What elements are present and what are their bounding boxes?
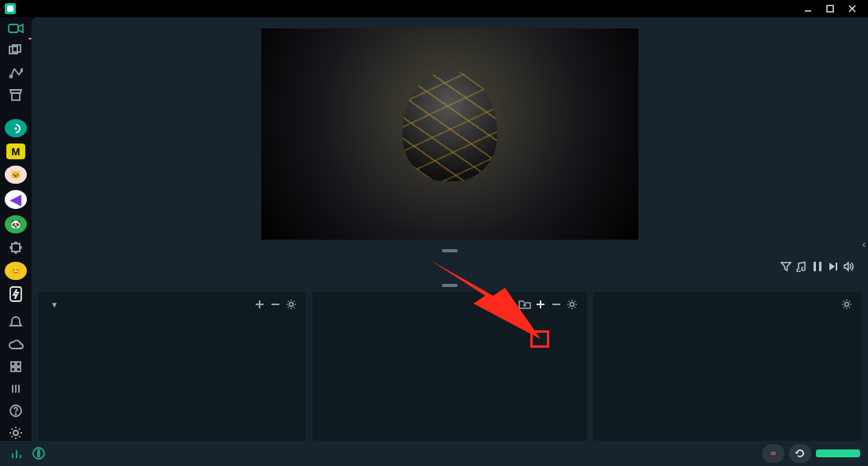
notifications-icon[interactable] [6, 315, 25, 330]
music-icon[interactable] [794, 259, 810, 274]
app-green[interactable]: 🐼 [5, 215, 27, 233]
svg-rect-15 [17, 367, 21, 371]
footer-bar [0, 441, 868, 466]
record-button[interactable] [762, 444, 784, 463]
app-flash[interactable] [6, 286, 25, 302]
mini-feed-panel [32, 254, 868, 282]
editor-tab[interactable] [6, 21, 25, 36]
resize-handle-1[interactable] [442, 249, 458, 252]
source-settings-button[interactable] [565, 297, 579, 311]
svg-rect-22 [814, 262, 816, 271]
chevron-down-icon: ▼ [51, 300, 58, 309]
close-button[interactable] [841, 0, 863, 17]
scene-settings-button[interactable] [284, 297, 298, 311]
replay-buffer-button[interactable] [789, 444, 811, 463]
svg-rect-14 [11, 367, 15, 371]
svg-rect-13 [17, 362, 21, 366]
app-k[interactable]: ◀ [5, 190, 27, 208]
add-folder-button[interactable] [518, 297, 532, 311]
cloud-icon[interactable] [6, 337, 25, 352]
stats-icon[interactable] [8, 444, 25, 463]
mixer-settings-button[interactable] [840, 297, 854, 311]
svg-point-27 [290, 303, 294, 307]
volume-icon[interactable] [841, 259, 857, 274]
layout-columns-icon[interactable] [6, 381, 25, 397]
preview-graphic [402, 71, 497, 181]
studio-mode-icon[interactable] [502, 297, 516, 311]
preview-area[interactable] [32, 17, 868, 248]
remove-source-button[interactable] [549, 297, 563, 311]
app-avatar-1[interactable]: 🐱 [5, 166, 27, 184]
svg-point-21 [13, 431, 18, 435]
svg-rect-40 [38, 453, 39, 457]
skip-icon[interactable] [825, 259, 841, 274]
pause-icon[interactable] [810, 259, 825, 274]
svg-point-41 [38, 450, 39, 452]
info-icon[interactable] [30, 444, 47, 463]
titlebar [0, 0, 868, 17]
add-scene-button[interactable] [253, 297, 267, 311]
resize-handle-2[interactable] [442, 284, 458, 287]
app-m[interactable]: M [6, 144, 25, 159]
sources-panel [312, 292, 587, 441]
app-yellow[interactable]: 😊 [5, 262, 27, 280]
scenes-collection-dropdown[interactable]: ▼ [46, 300, 58, 309]
expand-right-icon[interactable]: ‹ [860, 238, 868, 249]
app-streamlabs[interactable] [5, 119, 27, 137]
settings-icon[interactable] [6, 425, 25, 441]
maximize-button[interactable] [819, 0, 841, 17]
scenes-panel: ▼ [38, 292, 306, 441]
svg-rect-4 [9, 24, 18, 32]
mixer-panel [593, 292, 862, 441]
go-live-button[interactable] [816, 449, 860, 457]
left-sidebar: M 🐱 ◀ 🐼 😊 [0, 17, 32, 441]
dashboard-tab[interactable] [6, 65, 25, 80]
svg-rect-12 [11, 362, 15, 366]
svg-rect-9 [12, 93, 20, 100]
svg-point-10 [15, 127, 17, 129]
minimize-button[interactable] [797, 0, 819, 17]
svg-rect-1 [827, 6, 833, 12]
app-puzzle[interactable] [6, 240, 25, 255]
remove-scene-button[interactable] [268, 297, 282, 311]
svg-rect-23 [819, 262, 821, 271]
svg-point-20 [16, 414, 17, 415]
store-tab[interactable] [6, 87, 25, 103]
help-icon[interactable] [6, 403, 25, 419]
svg-rect-11 [10, 287, 21, 301]
filter-icon[interactable] [778, 259, 794, 274]
svg-point-35 [845, 303, 849, 307]
svg-point-34 [571, 303, 574, 307]
add-source-button[interactable] [533, 297, 548, 311]
apps-grid-icon[interactable] [6, 359, 25, 375]
layouts-tab[interactable] [6, 43, 25, 58]
app-icon [5, 3, 16, 14]
